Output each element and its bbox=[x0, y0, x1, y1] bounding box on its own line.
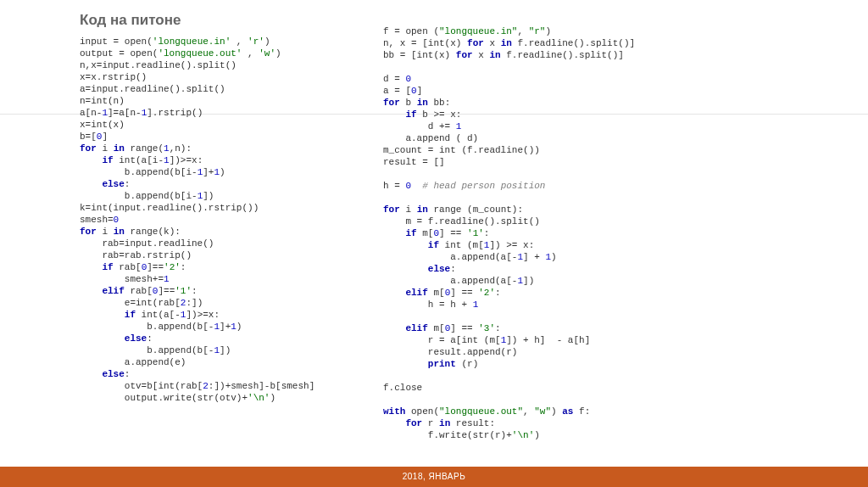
code-line: a=input.readline().split() bbox=[80, 83, 314, 95]
code-line: if int (m[1]) >= x: bbox=[383, 239, 635, 251]
code-line: for b in bb: bbox=[383, 97, 635, 109]
footer-bar: 2018, ЯНВАРЬ bbox=[0, 467, 868, 487]
code-line: h = 0 # head person position bbox=[383, 180, 635, 192]
code-line: result = [] bbox=[383, 156, 635, 168]
code-line bbox=[383, 394, 635, 406]
code-line: for i in range(1,n): bbox=[80, 143, 314, 154]
slide-page: Код на питоне input = open('longqueue.in… bbox=[0, 0, 868, 487]
code-line: a.append ( d) bbox=[383, 132, 635, 144]
code-line: elif rab[0]=='1': bbox=[80, 285, 314, 297]
code-line: if b >= x: bbox=[383, 109, 635, 120]
code-line bbox=[383, 61, 635, 73]
code-line: result.append(r) bbox=[383, 346, 635, 358]
code-line: d = 0 bbox=[383, 73, 635, 85]
code-line: b.append(b[-1]) bbox=[80, 344, 314, 356]
code-line: else: bbox=[80, 368, 314, 380]
code-line bbox=[383, 168, 635, 180]
code-line bbox=[383, 192, 635, 204]
code-line: n=int(n) bbox=[80, 95, 314, 107]
code-line: b.append(b[i-1]+1) bbox=[80, 166, 314, 178]
code-line: e=int(rab[2:]) bbox=[80, 297, 314, 309]
code-line: n, x = [int(x) for x in f.readline().spl… bbox=[383, 37, 635, 49]
code-line: f = open ("longqueue.in", "r") bbox=[383, 25, 635, 37]
code-line: smesh=0 bbox=[80, 214, 314, 226]
code-line: output.write(str(otv)+'\n') bbox=[80, 392, 314, 404]
code-line bbox=[383, 370, 635, 382]
code-line: elif m[0] == '2': bbox=[383, 287, 635, 299]
code-line: if int(a[i-1])>=x: bbox=[80, 154, 314, 166]
code-line: x=int(x) bbox=[80, 119, 314, 131]
code-line: m_count = int (f.readline()) bbox=[383, 144, 635, 156]
code-line: k=int(input.readline().rstrip()) bbox=[80, 202, 314, 214]
code-line: f.close bbox=[383, 382, 635, 394]
code-line: bb = [int(x) for x in f.readline().split… bbox=[383, 49, 635, 61]
code-line: x=x.rstrip() bbox=[80, 71, 314, 83]
code-line bbox=[383, 311, 635, 322]
code-line: h = h + 1 bbox=[383, 299, 635, 311]
code-line: print (r) bbox=[383, 358, 635, 370]
code-line: a.append(a[-1] + 1) bbox=[383, 251, 635, 263]
code-line: d += 1 bbox=[383, 120, 635, 132]
code-line: m = f.readline().split() bbox=[383, 216, 635, 227]
code-line: a.append(e) bbox=[80, 356, 314, 368]
code-line: otv=b[int(rab[2:])+smesh]-b[smesh] bbox=[80, 380, 314, 392]
code-block-left: input = open('longqueue.in' , 'r')output… bbox=[80, 36, 314, 404]
code-line: a = [0] bbox=[383, 85, 635, 97]
code-line: if m[0] == '1': bbox=[383, 227, 635, 239]
code-line: for r in result: bbox=[383, 417, 635, 429]
code-line: rab=input.readline() bbox=[80, 238, 314, 249]
code-line: a[n-1]=a[n-1].rstrip() bbox=[80, 107, 314, 119]
code-line: b.append(b[-1]+1) bbox=[80, 321, 314, 333]
code-line: elif m[0] == '3': bbox=[383, 322, 635, 334]
code-line: r = a[int (m[1]) + h] - a[h] bbox=[383, 334, 635, 346]
code-line: output = open('longqueue.out' , 'w') bbox=[80, 48, 314, 59]
code-line: b=[0] bbox=[80, 131, 314, 143]
code-line: else: bbox=[383, 263, 635, 275]
code-line: else: bbox=[80, 178, 314, 190]
code-block-right: f = open ("longqueue.in", "r")n, x = [in… bbox=[383, 25, 635, 441]
code-line: input = open('longqueue.in' , 'r') bbox=[80, 36, 314, 48]
code-line: if rab[0]=='2': bbox=[80, 261, 314, 273]
code-line: smesh+=1 bbox=[80, 273, 314, 285]
slide-title: Код на питоне bbox=[80, 12, 181, 29]
code-line: for i in range (m_count): bbox=[383, 204, 635, 216]
code-line: n,x=input.readline().split() bbox=[80, 59, 314, 71]
code-line: for i in range(k): bbox=[80, 226, 314, 238]
code-line: b.append(b[i-1]) bbox=[80, 190, 314, 202]
code-line: else: bbox=[80, 333, 314, 344]
code-line: if int(a[-1])>=x: bbox=[80, 309, 314, 321]
code-line: with open("longqueue.out", "w") as f: bbox=[383, 406, 635, 417]
code-line: a.append(a[-1]) bbox=[383, 275, 635, 287]
code-line: f.write(str(r)+'\n') bbox=[383, 429, 635, 441]
code-line: rab=rab.rstrip() bbox=[80, 249, 314, 261]
